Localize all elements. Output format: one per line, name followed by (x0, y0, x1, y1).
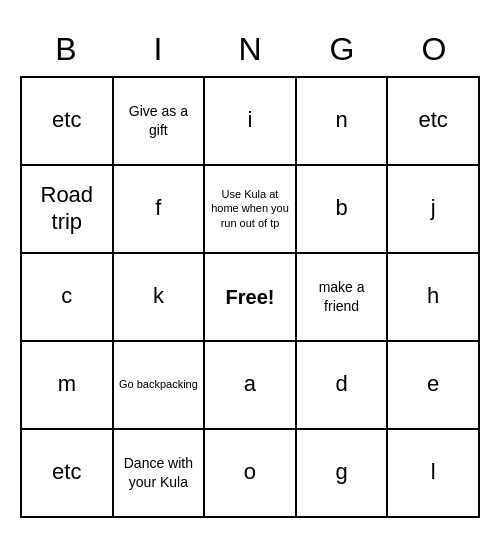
bingo-grid: etcGive as a giftinetcRoad tripfUse Kula… (20, 76, 480, 518)
cell-r2-c2: Free! (205, 254, 297, 342)
cell-r1-c0: Road trip (22, 166, 114, 254)
cell-r1-c4: j (388, 166, 480, 254)
cell-r2-c1: k (114, 254, 206, 342)
cell-r1-c3: b (297, 166, 389, 254)
header-letter-G: G (296, 27, 388, 72)
bingo-card: BINGO etcGive as a giftinetcRoad tripfUs… (20, 27, 480, 518)
cell-r2-c0: c (22, 254, 114, 342)
cell-r3-c1: Go backpacking (114, 342, 206, 430)
header-letter-B: B (20, 27, 112, 72)
header-letter-I: I (112, 27, 204, 72)
cell-r2-c4: h (388, 254, 480, 342)
header-letter-O: O (388, 27, 480, 72)
cell-r0-c1: Give as a gift (114, 78, 206, 166)
cell-r0-c4: etc (388, 78, 480, 166)
cell-r4-c1: Dance with your Kula (114, 430, 206, 518)
cell-r0-c2: i (205, 78, 297, 166)
cell-r3-c2: a (205, 342, 297, 430)
cell-r3-c3: d (297, 342, 389, 430)
bingo-header: BINGO (20, 27, 480, 72)
cell-r1-c2: Use Kula at home when you run out of tp (205, 166, 297, 254)
cell-r4-c2: o (205, 430, 297, 518)
cell-r4-c4: l (388, 430, 480, 518)
cell-r1-c1: f (114, 166, 206, 254)
cell-r0-c0: etc (22, 78, 114, 166)
cell-r3-c0: m (22, 342, 114, 430)
cell-r0-c3: n (297, 78, 389, 166)
cell-r2-c3: make a friend (297, 254, 389, 342)
cell-r4-c0: etc (22, 430, 114, 518)
header-letter-N: N (204, 27, 296, 72)
cell-r3-c4: e (388, 342, 480, 430)
cell-r4-c3: g (297, 430, 389, 518)
